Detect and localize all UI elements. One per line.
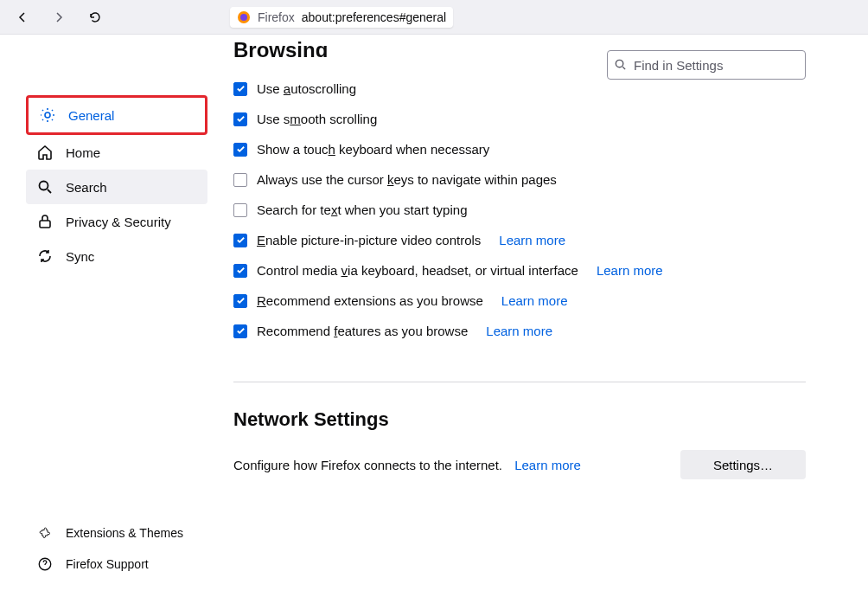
checkbox-label: Search for text when you start typing [257, 202, 467, 217]
sidebar-item-sync[interactable]: Sync [26, 239, 207, 273]
checkbox-row: Recommend extensions as you browseLearn … [233, 293, 806, 308]
checkbox[interactable] [233, 294, 247, 308]
sidebar-item-privacy[interactable]: Privacy & Security [26, 204, 207, 239]
sidebar-item-label: Privacy & Security [66, 215, 171, 229]
learn-more-link[interactable]: Learn more [486, 324, 552, 338]
firefox-icon [237, 10, 251, 24]
svg-point-3 [40, 182, 48, 190]
checkbox-row: Show a touch keyboard when necessary [233, 142, 806, 157]
search-icon [36, 178, 54, 196]
checkbox-label: Always use the cursor keys to navigate w… [257, 172, 557, 187]
address-bar[interactable]: Firefox about:preferences#general [230, 7, 453, 28]
checkbox-row: Search for text when you start typing [233, 202, 806, 217]
sync-icon [36, 247, 54, 265]
sidebar-item-search[interactable]: Search [26, 170, 207, 204]
address-url: about:preferences#general [302, 10, 446, 24]
settings-button[interactable]: Settings… [680, 450, 806, 479]
divider [233, 382, 806, 382]
sidebar-item-extensions[interactable]: Extensions & Themes [26, 517, 199, 549]
checkbox-row: Use autoscrolling [233, 81, 806, 96]
sidebar: General Home Search Privacy & Security S… [0, 35, 207, 597]
sidebar-item-label: Firefox Support [66, 557, 149, 571]
checkbox-label: Use smooth scrolling [257, 112, 377, 126]
puzzle-icon [36, 524, 54, 542]
checkbox-label: Show a touch keyboard when necessary [257, 142, 489, 157]
sidebar-item-label: Search [66, 180, 107, 195]
checkbox-row: Enable picture-in-picture video controls… [233, 233, 806, 247]
sidebar-item-home[interactable]: Home [26, 135, 207, 170]
svg-rect-4 [40, 221, 50, 228]
lock-icon [36, 213, 54, 230]
checkbox[interactable] [233, 264, 247, 278]
checkbox-label: Recommend extensions as you browse [257, 293, 483, 308]
forward-button[interactable] [45, 3, 73, 31]
checkbox[interactable] [233, 324, 247, 338]
checkbox[interactable] [233, 112, 247, 126]
search-icon [614, 58, 627, 74]
network-text: Configure how Firefox connects to the in… [233, 458, 581, 472]
checkbox-label: Recommend features as you browse [257, 324, 468, 338]
sidebar-item-general[interactable]: General [26, 95, 207, 135]
reload-button[interactable] [81, 3, 109, 31]
checkbox-row: Use smooth scrolling [233, 112, 806, 126]
learn-more-link[interactable]: Learn more [499, 233, 565, 247]
checkbox-label: Control media via keyboard, headset, or … [257, 263, 578, 278]
sidebar-item-label: General [68, 108, 114, 123]
help-icon [36, 555, 54, 573]
checkbox[interactable] [233, 143, 247, 157]
address-label: Firefox [258, 10, 295, 24]
learn-more-link[interactable]: Learn more [514, 458, 581, 472]
back-button[interactable] [9, 3, 36, 31]
home-icon [36, 144, 54, 161]
main-content: Browsing Use autoscrollingUse smooth scr… [207, 35, 868, 597]
svg-point-2 [45, 112, 50, 118]
section-title-browsing: Browsing [233, 38, 806, 57]
learn-more-link[interactable]: Learn more [501, 293, 568, 308]
gear-icon [39, 106, 56, 124]
checkbox[interactable] [233, 203, 247, 217]
checkbox[interactable] [233, 82, 247, 96]
svg-point-6 [616, 60, 622, 67]
checkbox[interactable] [233, 234, 247, 247]
checkbox-row: Always use the cursor keys to navigate w… [233, 172, 806, 187]
checkbox-label: Use autoscrolling [257, 81, 356, 96]
sidebar-item-label: Extensions & Themes [66, 526, 183, 540]
sidebar-item-label: Sync [66, 249, 94, 264]
checkbox-label: Enable picture-in-picture video controls [257, 233, 481, 247]
sidebar-item-support[interactable]: Firefox Support [26, 549, 199, 580]
checkbox-row: Control media via keyboard, headset, or … [233, 263, 806, 278]
svg-point-1 [240, 14, 247, 21]
sidebar-item-label: Home [66, 145, 100, 160]
browser-toolbar: Firefox about:preferences#general [0, 0, 868, 35]
checkbox-row: Recommend features as you browseLearn mo… [233, 324, 806, 338]
learn-more-link[interactable]: Learn more [597, 263, 663, 278]
checkbox[interactable] [233, 173, 247, 187]
section-title-network: Network Settings [233, 408, 806, 431]
